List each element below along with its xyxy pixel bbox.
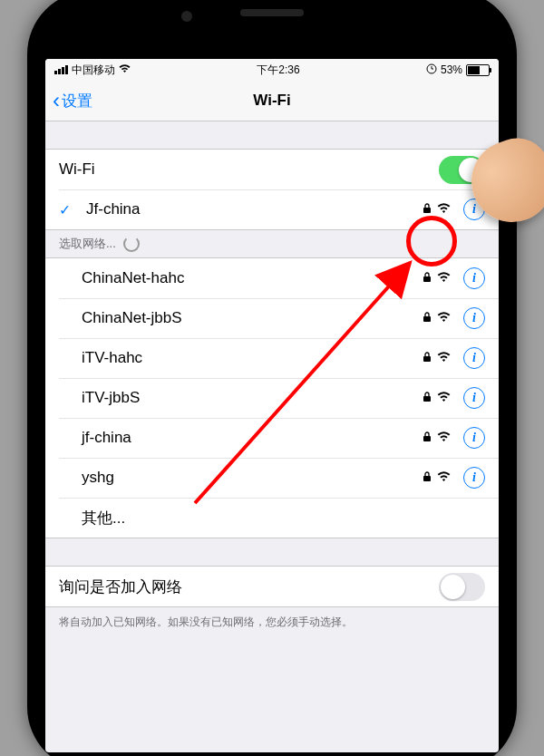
lock-icon xyxy=(423,352,432,365)
ask-join-group: 询问是否加入网络 xyxy=(45,566,499,607)
phone-frame: 中国移动 下午2:36 53% ‹ 设置 Wi-Fi xyxy=(27,0,517,756)
toggle-knob xyxy=(441,575,465,599)
svg-rect-4 xyxy=(423,356,431,362)
network-row[interactable]: iTV-jbbS i xyxy=(45,378,499,418)
info-icon[interactable]: i xyxy=(463,427,485,449)
network-name: iTV-hahc xyxy=(59,349,423,367)
network-row[interactable]: jf-china i xyxy=(45,418,499,458)
info-icon[interactable]: i xyxy=(463,307,485,329)
screen: 中国移动 下午2:36 53% ‹ 设置 Wi-Fi xyxy=(45,59,499,752)
choose-network-label: 选取网络... xyxy=(59,236,116,252)
signal-icon xyxy=(54,65,68,74)
battery-icon xyxy=(466,64,490,76)
network-icons: i xyxy=(423,387,485,409)
network-icons: i xyxy=(423,199,485,220)
wifi-toggle-row[interactable]: Wi-Fi xyxy=(45,150,499,189)
back-button[interactable]: ‹ 设置 xyxy=(45,90,92,111)
page-title: Wi-Fi xyxy=(45,92,499,110)
carrier-label: 中国移动 xyxy=(72,63,115,78)
wifi-icon xyxy=(437,311,451,325)
front-camera xyxy=(181,11,192,22)
wifi-icon xyxy=(437,271,451,286)
spinner-icon xyxy=(123,236,140,252)
wifi-icon xyxy=(437,391,451,405)
network-icons: i xyxy=(423,307,485,329)
svg-rect-3 xyxy=(423,316,431,322)
network-icons: i xyxy=(423,427,485,449)
info-icon[interactable]: i xyxy=(463,467,485,489)
network-name: ChinaNet-hahc xyxy=(59,269,423,287)
info-icon[interactable]: i xyxy=(463,387,485,409)
network-list: ChinaNet-hahc i ChinaNet-jbbS i xyxy=(45,257,499,538)
wifi-icon xyxy=(437,351,451,365)
network-name: jf-china xyxy=(59,429,423,447)
svg-rect-2 xyxy=(423,276,431,282)
status-left: 中国移动 xyxy=(54,63,131,78)
status-bar: 中国移动 下午2:36 53% xyxy=(45,59,499,81)
wifi-toggle-group: Wi-Fi ✓ Jf-china i xyxy=(45,149,499,230)
choose-network-header: 选取网络... xyxy=(45,230,499,257)
network-row[interactable]: iTV-hahc i xyxy=(45,338,499,378)
battery-percent: 53% xyxy=(441,63,462,76)
network-row[interactable]: yshg i xyxy=(45,458,499,498)
footer-note: 将自动加入已知网络。如果没有已知网络，您必须手动选择。 xyxy=(45,607,499,637)
network-icons: i xyxy=(423,467,485,489)
network-row[interactable]: ChinaNet-hahc i xyxy=(45,258,499,298)
lock-icon xyxy=(423,203,432,217)
svg-rect-7 xyxy=(423,476,431,481)
network-icons: i xyxy=(423,347,485,369)
network-icons: i xyxy=(423,267,485,289)
wifi-icon xyxy=(437,470,451,485)
phone-speaker-area xyxy=(240,9,304,16)
ask-join-row[interactable]: 询问是否加入网络 xyxy=(45,567,499,606)
wifi-toggle-label: Wi-Fi xyxy=(59,160,439,179)
lock-icon xyxy=(423,431,432,445)
lock-icon xyxy=(423,312,432,325)
connected-network-name: Jf-china xyxy=(86,200,423,218)
content: Wi-Fi ✓ Jf-china i xyxy=(45,149,499,637)
status-right: 53% xyxy=(426,63,490,77)
ask-join-label: 询问是否加入网络 xyxy=(59,577,439,597)
speaker-slot xyxy=(240,9,304,16)
rotation-lock-icon xyxy=(426,63,437,77)
svg-rect-1 xyxy=(423,208,431,213)
lock-icon xyxy=(423,392,432,405)
info-icon[interactable]: i xyxy=(463,267,485,289)
chevron-left-icon: ‹ xyxy=(53,90,60,111)
nav-bar: ‹ 设置 Wi-Fi xyxy=(45,81,499,121)
network-name: iTV-jbbS xyxy=(59,389,423,407)
lock-icon xyxy=(423,272,432,286)
network-name: ChinaNet-jbbS xyxy=(59,309,423,327)
wifi-icon xyxy=(437,202,451,217)
back-label: 设置 xyxy=(62,91,92,111)
other-network-row[interactable]: 其他... xyxy=(45,498,499,538)
checkmark-icon: ✓ xyxy=(59,201,77,218)
wifi-status-icon xyxy=(119,63,131,76)
svg-rect-5 xyxy=(423,396,431,402)
ask-join-toggle[interactable] xyxy=(439,573,485,601)
status-time: 下午2:36 xyxy=(257,63,299,78)
other-label: 其他... xyxy=(59,508,485,528)
info-icon[interactable]: i xyxy=(463,347,485,369)
lock-icon xyxy=(423,471,432,485)
network-name: yshg xyxy=(59,469,423,487)
wifi-icon xyxy=(437,431,451,445)
connected-network-row[interactable]: ✓ Jf-china i xyxy=(45,189,499,229)
svg-rect-6 xyxy=(423,436,431,441)
network-row[interactable]: ChinaNet-jbbS i xyxy=(45,298,499,338)
